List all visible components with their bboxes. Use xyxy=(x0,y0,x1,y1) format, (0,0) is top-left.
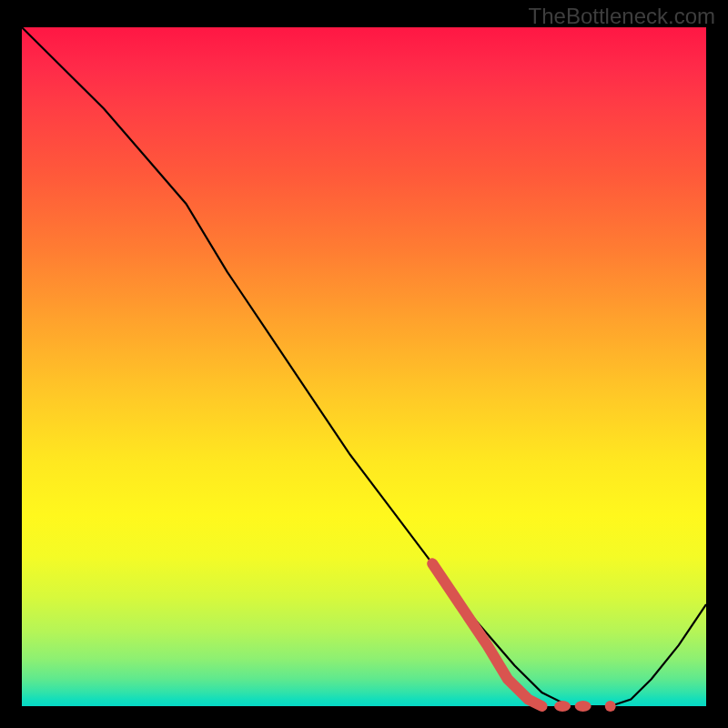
red-dot xyxy=(554,701,571,712)
chart-svg xyxy=(22,27,706,706)
black-curve xyxy=(22,27,706,706)
watermark-source: TheBottleneck.com xyxy=(529,4,715,29)
chart-gradient-area xyxy=(22,27,706,706)
red-dots xyxy=(554,701,616,712)
red-dot xyxy=(605,701,616,712)
red-dot xyxy=(575,701,592,712)
